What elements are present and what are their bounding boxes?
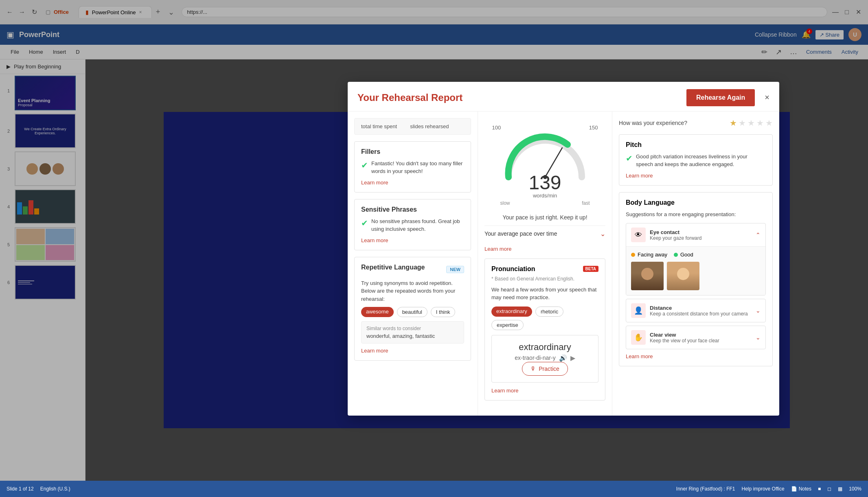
pronunciation-subtitle: * Based on General American English. [491,276,598,282]
word-box: extraordinary ex-traor-di-nar-y 🔊 ▶ 🎙 Pr… [491,335,598,383]
distance-header[interactable]: 👤 Distance Keep a consistent distance fr… [626,299,765,322]
synonyms-box: Similar words to consider wonderful, ama… [361,321,464,344]
pronunciation-card: Pronunciation BETA * Based on General Am… [484,258,605,401]
eye-contact-left: 👁 Eye contact Keep your gaze forward [631,228,701,242]
star-3[interactable]: ★ [747,118,755,128]
zoom-level: 100% [849,486,861,492]
eye-contact-expanded: Facing away Good [626,246,765,295]
word-phonetic: ex-traor-di-nar-y 🔊 ▶ [498,354,592,362]
slides-stat: slides rehearsed [410,123,449,129]
good-label: Good [680,252,693,258]
pitch-card: Pitch ✔ Good pitch variation increases l… [619,134,773,186]
eye-contact-title: Eye contact [650,229,701,235]
clear-view-header[interactable]: ✋ Clear view Keep the view of your face … [626,326,765,349]
pronunciation-header: Pronunciation BETA [491,265,598,273]
fillers-card: Fillers ✔ Fantastic! You didn't say too … [354,141,471,193]
slides-label: slides rehearsed [410,123,449,129]
clear-view-title: Clear view [650,332,719,338]
sensitive-title: Sensitive Phrases [361,206,464,213]
audio-button[interactable]: 🔊 [559,354,567,362]
eye-contact-image-away [631,262,664,290]
pace-learn-more[interactable]: Learn more [484,246,605,252]
repetitive-description: Try using synonyms to avoid repetition. … [361,279,464,303]
repetitive-language-card: Repetitive Language NEW Try using synony… [354,257,471,361]
sensitive-message: No sensitive phrases found. Great job us… [371,217,464,233]
help-improve[interactable]: Help improve Office [742,486,785,492]
repetitive-learn-more[interactable]: Learn more [361,348,464,354]
pronunciation-title: Pronunciation [491,265,535,273]
word-main: extraordinary [498,342,592,352]
body-language-subtitle: Suggestions for a more engaging presenta… [626,210,766,219]
pronunciation-description: We heard a few words from your speech th… [491,286,598,302]
tag-beautiful[interactable]: beautiful [397,307,427,317]
eye-contact-status-row: Facing away Good [631,252,761,258]
practice-button[interactable]: 🎙 Practice [522,362,568,376]
notes-icon: 📄 [791,486,797,492]
repetitive-tags: awesome beautiful I think [361,307,464,317]
facing-away-status: Facing away [631,252,667,258]
view-normal-icon[interactable]: ■ [818,486,821,492]
rehearse-again-button[interactable]: Rehearse Again [686,89,755,106]
clear-view-subtitle: Keep the view of your face clear [650,338,719,344]
fillers-message: Fantastic! You didn't say too many fille… [371,160,464,175]
pace-message: Your pace is just right. Keep it up! [484,214,605,221]
notes-label: Notes [799,486,811,492]
view-slide-icon[interactable]: ◻ [827,486,831,492]
notes-button[interactable]: 📄 Notes [791,486,811,492]
sensitive-learn-more[interactable]: Learn more [361,237,464,243]
eye-contact-subtitle: Keep your gaze forward [650,235,701,241]
slide-info: Slide 1 of 12 [7,486,34,492]
facing-away-dot [631,253,635,257]
experience-question: How was your experience? [619,120,687,126]
avg-pace-label: Your average pace over time [484,230,557,237]
star-2[interactable]: ★ [739,118,746,128]
eye-contact-images [631,262,761,290]
sensitive-success-row: ✔ No sensitive phrases found. Great job … [361,217,464,233]
fillers-check-icon: ✔ [361,160,368,170]
wpm-number: 139 [528,173,561,193]
star-5[interactable]: ★ [765,118,773,128]
report-panel: Your Rehearsal Report Rehearse Again × t… [348,82,779,416]
clear-view-icon: ✋ [631,330,646,345]
good-status: Good [674,252,693,258]
body-language-card: Body Language Suggestions for a more eng… [619,192,773,367]
sensitive-check-icon: ✔ [361,218,368,228]
eye-contact-header[interactable]: 👁 Eye contact Keep your gaze forward ⌃ [626,223,765,246]
pron-tag-extraordinary[interactable]: extraordinary [491,307,532,317]
pron-tag-expertise[interactable]: expertise [491,320,524,330]
pitch-title: Pitch [626,141,766,149]
tag-awesome[interactable]: awesome [361,307,394,317]
view-reading-icon[interactable]: ▩ [838,486,842,492]
pitch-learn-more[interactable]: Learn more [626,173,766,179]
status-bar: Slide 1 of 12 English (U.S.) Inner Ring … [0,481,868,497]
close-report-button[interactable]: × [765,93,769,102]
pron-tag-rhetoric[interactable]: rhetoric [535,307,563,317]
star-4[interactable]: ★ [756,118,764,128]
star-1[interactable]: ★ [730,118,737,128]
slow-label: slow [500,200,510,206]
total-time-stat: total time spent [361,123,397,129]
total-time-label: total time spent [361,123,397,129]
eye-contact-chevron-icon: ⌃ [756,232,761,238]
tag-i-think[interactable]: I think [431,307,456,317]
body-language-learn-more[interactable]: Learn more [626,353,766,359]
pronunciation-learn-more[interactable]: Learn more [491,388,598,394]
facing-away-label: Facing away [638,252,667,258]
clear-view-text: Clear view Keep the view of your face cl… [650,332,719,344]
pace-expand-button[interactable]: Your average pace over time ⌄ [484,226,605,242]
fillers-title: Fillers [361,148,464,155]
pace-gauge: 100 150 139 words/min slow [484,118,605,209]
distance-left: 👤 Distance Keep a consistent distance fr… [631,303,748,318]
clear-view-chevron-icon: ⌄ [756,334,761,341]
pronunciation-tags: extraordinary rhetoric expertise [491,307,598,330]
eye-contact-item: 👁 Eye contact Keep your gaze forward ⌃ [626,223,766,296]
body-language-title: Body Language [626,199,766,206]
status-bar-right: Inner Ring (Fastfood) : FF1 Help improve… [676,486,861,492]
stars-rating[interactable]: ★ ★ ★ ★ ★ [730,118,773,128]
beta-badge: BETA [583,266,598,272]
pitch-check-icon: ✔ [626,153,633,163]
info-button[interactable]: ▶ [570,354,575,362]
fillers-learn-more[interactable]: Learn more [361,180,464,186]
distance-icon: 👤 [631,303,646,318]
new-badge: NEW [446,266,464,273]
